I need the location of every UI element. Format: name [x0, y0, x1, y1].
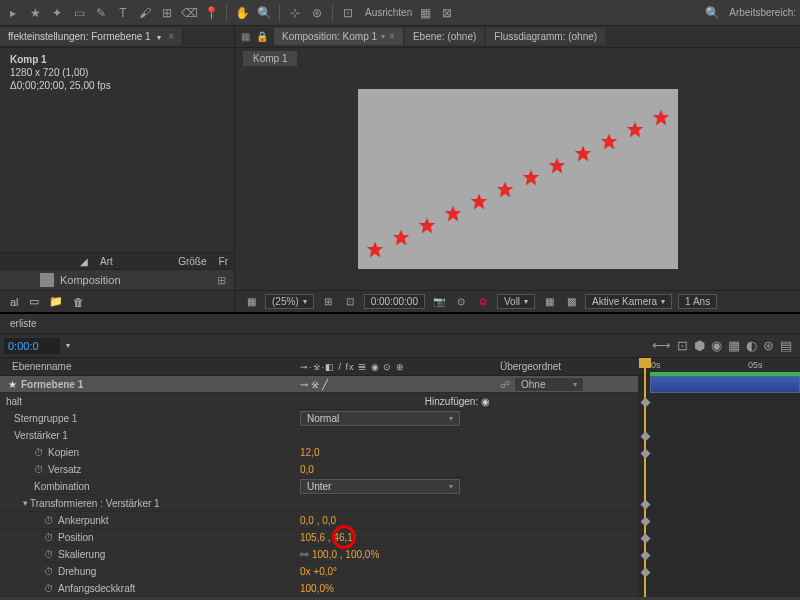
tl-tool6-icon[interactable]: ◐: [746, 338, 757, 353]
tool-world-icon[interactable]: ⊛: [308, 4, 326, 22]
trash-icon[interactable]: 🗑: [73, 296, 84, 308]
mode-dropdown[interactable]: Normal▾: [300, 411, 460, 426]
tool-rect-icon[interactable]: ▭: [70, 4, 88, 22]
prop-sterngruppe[interactable]: Sterngruppe 1 Normal▾: [0, 410, 638, 427]
effects-tab[interactable]: ffekteinstellungen: Formebene 1 ▾ ×: [0, 28, 183, 45]
current-time[interactable]: 0:00:0: [4, 338, 60, 354]
tool-stamp-icon[interactable]: ⊞: [158, 4, 176, 22]
tool-light-icon[interactable]: ✦: [48, 4, 66, 22]
keyframe-icon[interactable]: [641, 500, 651, 510]
flowchart-icon[interactable]: ⊞: [217, 274, 226, 287]
prop-versatz[interactable]: ⏱Versatz 0,0: [0, 461, 638, 478]
prop-halt[interactable]: halt Hinzufügen: ◉: [0, 393, 638, 410]
grid-icon[interactable]: ▦: [243, 296, 259, 307]
prop-anfangsdeck[interactable]: ⏱Anfangsdeckkraft 100,0%: [0, 580, 638, 597]
close-icon[interactable]: ×: [389, 31, 395, 42]
prop-verstaerker[interactable]: Verstärker 1: [0, 427, 638, 444]
stopwatch-icon[interactable]: ⏱: [44, 532, 54, 543]
keyframe-icon[interactable]: [641, 449, 651, 459]
prop-position[interactable]: ⏱Position 105,6 , 46,1: [0, 529, 638, 546]
keyframe-icon[interactable]: [641, 517, 651, 527]
col-size[interactable]: Größe: [172, 256, 212, 267]
folder-icon[interactable]: 📁: [49, 295, 63, 308]
roi-icon[interactable]: ▦: [541, 296, 557, 307]
composition-viewer[interactable]: [235, 68, 800, 290]
tl-tool2-icon[interactable]: ⊡: [677, 338, 688, 353]
playhead[interactable]: [644, 358, 646, 597]
tl-tool3-icon[interactable]: ⬢: [694, 338, 705, 353]
search-icon[interactable]: 🔍: [703, 4, 721, 22]
stopwatch-icon[interactable]: ⏱: [44, 549, 54, 560]
tool-pin-icon[interactable]: 📍: [202, 4, 220, 22]
tool-hand-icon[interactable]: ✋: [233, 4, 251, 22]
keyframe-icon[interactable]: [641, 568, 651, 578]
snapshot-icon[interactable]: 📷: [431, 296, 447, 307]
timeline-tab[interactable]: erliste: [0, 315, 47, 332]
keyframe-icon[interactable]: [641, 398, 651, 408]
tool-eraser-icon[interactable]: ⌫: [180, 4, 198, 22]
tl-tool5-icon[interactable]: ▦: [728, 338, 740, 353]
prop-drehung[interactable]: ⏱Drehung 0x +0,0°: [0, 563, 638, 580]
keyframe-icon[interactable]: [641, 432, 651, 442]
stopwatch-icon[interactable]: ⏱: [34, 447, 44, 458]
tl-tool1-icon[interactable]: ⟷: [652, 338, 671, 353]
tool-pen-icon[interactable]: ✎: [92, 4, 110, 22]
stopwatch-icon[interactable]: ⏱: [44, 515, 54, 526]
timecode-display[interactable]: 0:00:00:00: [364, 294, 425, 309]
guides-icon[interactable]: ⊡: [342, 296, 358, 307]
col-art[interactable]: Art: [94, 256, 172, 267]
res-icon[interactable]: ⊞: [320, 296, 336, 307]
tl-tool8-icon[interactable]: ▤: [780, 338, 792, 353]
tab-layer[interactable]: Ebene: (ohne): [405, 28, 484, 45]
breadcrumb-chip[interactable]: Komp 1: [243, 51, 297, 66]
camera-dropdown[interactable]: Aktive Kamera▾: [585, 294, 672, 309]
channel-icon[interactable]: ⊙: [453, 296, 469, 307]
add-icon[interactable]: ◉: [481, 396, 490, 407]
tool-axis-icon[interactable]: ⊹: [286, 4, 304, 22]
keyframe-icon[interactable]: [641, 534, 651, 544]
bin-icon[interactable]: ▭: [29, 295, 39, 308]
prop-ankerpunkt[interactable]: ⏱Ankerpunkt 0,0 , 0,0: [0, 512, 638, 529]
tab-flowchart[interactable]: Flussdiagramm: (ohne): [486, 28, 605, 45]
lock-icon[interactable]: 🔒: [256, 31, 268, 42]
dropdown-icon[interactable]: ▾: [381, 32, 385, 41]
layer-bar[interactable]: [650, 376, 800, 393]
prop-skalierung[interactable]: ⏱Skalierung ⚯100,0 , 100,0%: [0, 546, 638, 563]
tool-misc1-icon[interactable]: ▦: [416, 4, 434, 22]
tool-brush-icon[interactable]: 🖌: [136, 4, 154, 22]
prop-kopien[interactable]: ⏱Kopien 12,0: [0, 444, 638, 461]
resolution-dropdown[interactable]: Voll▾: [497, 294, 535, 309]
col-parent[interactable]: Übergeordnet: [500, 361, 638, 372]
tool-misc2-icon[interactable]: ⊠: [438, 4, 456, 22]
close-icon[interactable]: ×: [168, 31, 174, 42]
zoom-dropdown[interactable]: (25%)▾: [265, 294, 314, 309]
tab-composition[interactable]: Komposition: Komp 1▾ ×: [274, 28, 403, 45]
kombi-dropdown[interactable]: Unter▾: [300, 479, 460, 494]
dropdown-icon[interactable]: ▾: [157, 33, 161, 42]
prop-transform[interactable]: ▾Transformieren : Verstärker 1: [0, 495, 638, 512]
tl-tool4-icon[interactable]: ◉: [711, 338, 722, 353]
col-fr[interactable]: Fr: [213, 256, 234, 267]
tool-star-icon[interactable]: ★: [26, 4, 44, 22]
keyframe-icon[interactable]: [641, 551, 651, 561]
prop-kombination[interactable]: Kombination Unter▾: [0, 478, 638, 495]
project-item[interactable]: Komposition ⊞: [0, 270, 234, 290]
transparency-icon[interactable]: ▩: [563, 296, 579, 307]
layer-row[interactable]: ★Formebene 1 ⊸ ※ ╱ ☍Ohne▾: [0, 376, 638, 393]
tool-al-icon[interactable]: al: [10, 296, 19, 308]
parent-dropdown[interactable]: Ohne▾: [514, 377, 584, 392]
constrain-icon[interactable]: ⚯: [300, 549, 308, 560]
tool-text-icon[interactable]: T: [114, 4, 132, 22]
tl-tool7-icon[interactable]: ⊛: [763, 338, 774, 353]
stopwatch-icon[interactable]: ⏱: [44, 583, 54, 594]
tool-snap-icon[interactable]: ⊡: [339, 4, 357, 22]
views-dropdown[interactable]: 1 Ans: [678, 294, 717, 309]
tool-selection-icon[interactable]: ▸: [4, 4, 22, 22]
mask-icon[interactable]: ✿: [475, 296, 491, 307]
tool-zoom-icon[interactable]: 🔍: [255, 4, 273, 22]
stopwatch-icon[interactable]: ⏱: [44, 566, 54, 577]
col-layername[interactable]: Ebenenname: [0, 361, 300, 372]
link-icon[interactable]: ☍: [500, 379, 510, 390]
label-swatch-icon[interactable]: ◢: [80, 256, 88, 267]
grid-icon[interactable]: ▦: [241, 31, 250, 42]
